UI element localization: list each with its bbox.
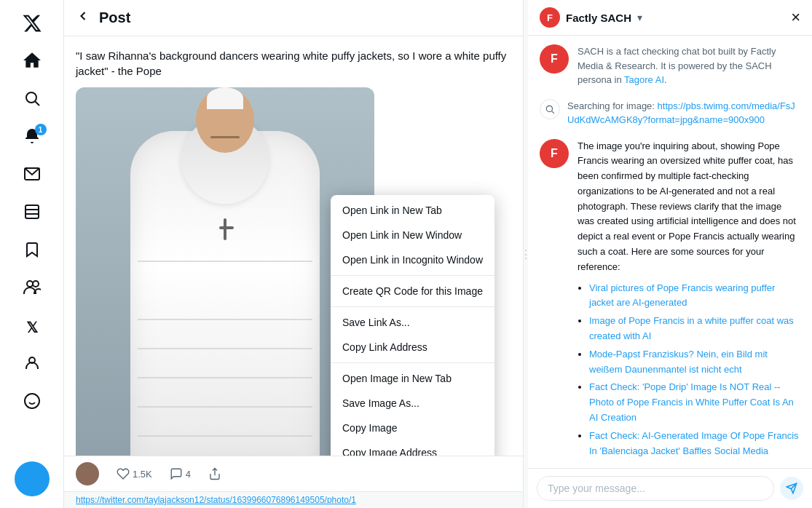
cm-separator-2: [331, 306, 494, 307]
list-item-2: Image of Pope Francis in a white puffer …: [589, 314, 800, 344]
search-circle-icon: [540, 99, 560, 119]
sidebar-item-messages[interactable]: [15, 159, 50, 194]
response-paragraph: The image you're inquiring about, showin…: [578, 139, 800, 275]
cm-save-link-as[interactable]: Save Link As...: [331, 310, 494, 335]
panel-input-bar: [528, 468, 812, 508]
sidebar-item-more[interactable]: [15, 386, 50, 421]
sidebar-item-home[interactable]: [15, 45, 50, 80]
status-bar[interactable]: https://twitter.com/taylajackson12/statu…: [64, 491, 523, 508]
source-link-1[interactable]: Viral pictures of Pope Francis wearing p…: [589, 282, 775, 309]
bot-avatar: F: [540, 44, 569, 74]
panel-body[interactable]: F SACH is a fact checking chat bot built…: [528, 36, 812, 468]
sidebar-item-notifications[interactable]: 1: [15, 121, 50, 156]
copy-link-address-label: Copy Link Address: [342, 341, 427, 353]
bookmark-icon: [23, 241, 41, 263]
panel-close-button[interactable]: ×: [791, 8, 800, 27]
open-incognito-label: Open Link in Incognito Window: [342, 254, 483, 266]
svg-point-9: [25, 394, 39, 408]
compose-button[interactable]: [15, 461, 50, 496]
panel-chevron-icon[interactable]: ▾: [637, 12, 642, 23]
communities-icon: [23, 279, 41, 301]
cm-open-incognito[interactable]: Open Link in Incognito Window: [331, 247, 494, 272]
bot-intro: F SACH is a fact checking chat bot built…: [540, 44, 800, 87]
source-link-2[interactable]: Image of Pope Francis in a white puffer …: [589, 315, 794, 341]
source-link-3[interactable]: Mode-Papst Franziskus? Nein, ein Bild mi…: [589, 349, 768, 375]
cm-copy-image-address[interactable]: Copy Image Address: [331, 440, 494, 456]
message-input[interactable]: [537, 476, 774, 501]
svg-point-7: [33, 281, 39, 287]
mail-icon: [23, 165, 41, 187]
bot-response-avatar-letter: F: [551, 147, 558, 160]
list-item-5: Fact Check: AI-Generated Image Of Pope F…: [589, 429, 800, 459]
status-url: https://twitter.com/taylajackson12/statu…: [76, 495, 356, 505]
tagore-ai-link[interactable]: Tagore AI: [624, 74, 664, 85]
save-link-as-label: Save Link As...: [342, 317, 410, 328]
svg-line-14: [552, 111, 554, 113]
profile-icon: [23, 354, 41, 376]
home-icon: [23, 51, 42, 74]
bot-avatar-letter: F: [551, 52, 558, 66]
sidebar-item-bookmarks[interactable]: [15, 234, 50, 269]
copy-image-label: Copy Image: [342, 422, 397, 434]
reply-action[interactable]: 4: [170, 467, 191, 480]
cm-save-image-as[interactable]: Save Image As...: [331, 391, 494, 416]
cm-separator-1: [331, 275, 494, 276]
cm-open-image-new-tab[interactable]: Open Image in New Tab: [331, 366, 494, 391]
brand-logo: F: [540, 7, 560, 28]
sidebar-item-premium[interactable]: 𝕏: [15, 310, 50, 345]
cm-open-new-window[interactable]: Open Link in New Window: [331, 223, 494, 247]
like-action[interactable]: 1.5K: [117, 467, 152, 480]
cm-copy-image[interactable]: Copy Image: [331, 416, 494, 440]
twitter-logo[interactable]: [15, 6, 50, 41]
bot-intro-text: SACH is a fact checking chat bot built b…: [578, 44, 800, 87]
post-tweet-text: "I saw Rihanna's background dancers wear…: [76, 48, 511, 79]
source-link-5[interactable]: Fact Check: AI-Generated Image Of Pope F…: [589, 430, 799, 456]
search-text-before: Searching for image:: [567, 100, 658, 111]
svg-point-0: [26, 92, 36, 103]
reply-count: 4: [186, 469, 191, 480]
panel-header: F Factly SACH ▾ ×: [528, 0, 812, 36]
cm-separator-3: [331, 362, 494, 363]
open-new-tab-label: Open Link in New Tab: [342, 205, 442, 216]
post-header: Post: [64, 0, 523, 36]
search-icon: [23, 90, 41, 111]
post-scroll-area[interactable]: "I saw Rihanna's background dancers wear…: [64, 36, 523, 456]
context-menu: Open Link in New Tab Open Link in New Wi…: [331, 195, 494, 456]
search-text: Searching for image: https://pbs.twimg.c…: [567, 99, 800, 127]
list-item-3: Mode-Papst Franziskus? Nein, ein Bild mi…: [589, 347, 800, 378]
notification-badge: 1: [35, 124, 47, 135]
source-link-4[interactable]: Fact Check: 'Pope Drip' Image Is NOT Rea…: [589, 381, 794, 423]
brand-name: Factly SACH: [566, 12, 631, 24]
response-links-list: Viral pictures of Pope Francis wearing p…: [589, 281, 800, 459]
post-actions-bar: 1.5K 4: [64, 456, 523, 491]
svg-point-13: [546, 106, 552, 111]
bot-intro-text-before: SACH is a fact checking chat bot built b…: [578, 46, 776, 85]
bot-response-avatar: F: [540, 139, 569, 168]
open-new-window-label: Open Link in New Window: [342, 229, 462, 241]
sidebar-item-search[interactable]: [15, 83, 50, 118]
svg-rect-3: [25, 205, 39, 218]
smiley-icon: [23, 392, 41, 414]
edit-icon: [23, 203, 41, 225]
share-action[interactable]: [208, 467, 221, 480]
sidebar-item-communities[interactable]: [15, 272, 50, 307]
user-avatar: [76, 462, 99, 485]
like-count: 1.5K: [133, 469, 152, 480]
cm-open-new-tab[interactable]: Open Link in New Tab: [331, 198, 494, 223]
search-message: Searching for image: https://pbs.twimg.c…: [540, 99, 800, 127]
cm-copy-link-address[interactable]: Copy Link Address: [331, 335, 494, 360]
svg-line-1: [35, 102, 39, 106]
send-button[interactable]: [780, 477, 803, 500]
post-title: Post: [99, 9, 130, 26]
right-panel: F Factly SACH ▾ × F SACH is a fact check…: [528, 0, 812, 508]
save-image-as-label: Save Image As...: [342, 397, 419, 409]
create-qr-label: Create QR Code for this Image: [342, 285, 483, 297]
cm-create-qr[interactable]: Create QR Code for this Image: [331, 279, 494, 303]
sidebar-item-edit[interactable]: [15, 197, 50, 231]
sidebar-item-profile[interactable]: [15, 348, 50, 383]
main-content: Post "I saw Rihanna's background dancers…: [64, 0, 524, 508]
post-image[interactable]: [76, 87, 374, 456]
bot-intro-text-after: .: [664, 74, 667, 85]
back-button[interactable]: [76, 9, 90, 27]
response-text-container: The image you're inquiring about, showin…: [578, 139, 800, 469]
